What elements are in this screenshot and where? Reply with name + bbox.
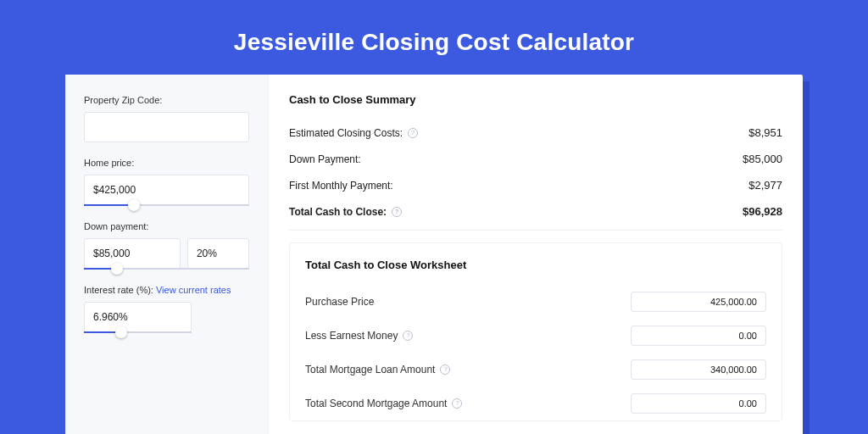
wk-label: Less Earnest Money ? xyxy=(305,330,413,342)
home-price-field: Home price: xyxy=(84,158,249,206)
wk-label-text: Total Mortgage Loan Amount xyxy=(305,364,435,376)
wk-label: Total Mortgage Loan Amount ? xyxy=(305,364,450,376)
summary-value: $2,977 xyxy=(748,179,782,192)
wk-label-text: Less Earnest Money xyxy=(305,330,398,342)
summary-value: $96,928 xyxy=(743,205,782,218)
summary-title: Cash to Close Summary xyxy=(289,93,782,106)
summary-label-text: Estimated Closing Costs: xyxy=(289,127,403,139)
help-icon[interactable]: ? xyxy=(403,331,413,341)
summary-label-text: First Monthly Payment: xyxy=(289,180,393,192)
home-price-slider[interactable] xyxy=(84,204,249,206)
summary-row-total: Total Cash to Close: ? $96,928 xyxy=(289,198,782,225)
help-icon[interactable]: ? xyxy=(408,128,418,138)
divider xyxy=(289,230,782,231)
interest-field: Interest rate (%): View current rates xyxy=(84,285,249,333)
wk-label-text: Purchase Price xyxy=(305,296,374,308)
summary-label-text: Total Cash to Close: xyxy=(289,206,387,218)
wk-input-second-mortgage[interactable] xyxy=(631,393,766,414)
down-payment-input[interactable] xyxy=(84,238,181,269)
worksheet-row-earnest: Less Earnest Money ? xyxy=(305,319,766,353)
interest-slider-thumb[interactable] xyxy=(115,326,127,338)
worksheet-row-mortgage-loan: Total Mortgage Loan Amount ? xyxy=(305,353,766,387)
view-rates-link[interactable]: View current rates xyxy=(156,285,231,295)
worksheet-title: Total Cash to Close Worksheet xyxy=(305,259,766,271)
interest-label: Interest rate (%): View current rates xyxy=(84,285,249,295)
summary-label: First Monthly Payment: xyxy=(289,180,393,192)
zip-label: Property Zip Code: xyxy=(84,95,249,105)
worksheet-card: Total Cash to Close Worksheet Purchase P… xyxy=(289,242,782,421)
inputs-panel: Property Zip Code: Home price: Down paym… xyxy=(65,75,269,434)
summary-row-down-payment: Down Payment: $85,000 xyxy=(289,146,782,172)
calculator-card-wrap: Property Zip Code: Home price: Down paym… xyxy=(65,75,803,434)
calculator-card: Property Zip Code: Home price: Down paym… xyxy=(65,75,803,434)
down-payment-slider[interactable] xyxy=(84,268,249,270)
results-panel: Cash to Close Summary Estimated Closing … xyxy=(269,75,803,434)
zip-input[interactable] xyxy=(84,112,249,142)
wk-input-purchase-price[interactable] xyxy=(631,292,766,312)
help-icon[interactable]: ? xyxy=(392,207,402,217)
wk-input-mortgage-loan[interactable] xyxy=(631,359,766,380)
down-payment-field: Down payment: xyxy=(84,221,249,270)
home-price-label: Home price: xyxy=(84,158,249,168)
wk-input-earnest[interactable] xyxy=(631,326,766,346)
help-icon[interactable]: ? xyxy=(452,398,462,409)
summary-value: $85,000 xyxy=(743,153,782,165)
help-icon[interactable]: ? xyxy=(440,364,450,375)
interest-label-text: Interest rate (%): xyxy=(84,285,153,295)
worksheet-row-second-mortgage: Total Second Mortgage Amount ? xyxy=(305,387,766,420)
interest-input[interactable] xyxy=(84,302,192,332)
summary-value: $8,951 xyxy=(748,126,782,139)
down-payment-label: Down payment: xyxy=(84,221,249,231)
zip-field: Property Zip Code: xyxy=(84,95,249,142)
summary-label: Total Cash to Close: ? xyxy=(289,206,402,218)
wk-label: Purchase Price xyxy=(305,296,374,308)
summary-row-first-monthly: First Monthly Payment: $2,977 xyxy=(289,172,782,198)
wk-label-text: Total Second Mortgage Amount xyxy=(305,398,447,409)
home-price-slider-thumb[interactable] xyxy=(128,199,140,211)
summary-label-text: Down Payment: xyxy=(289,153,361,165)
page-title: Jessieville Closing Cost Calculator xyxy=(0,0,868,75)
wk-label: Total Second Mortgage Amount ? xyxy=(305,398,462,409)
worksheet-row-purchase-price: Purchase Price xyxy=(305,285,766,319)
summary-row-closing-costs: Estimated Closing Costs: ? $8,951 xyxy=(289,120,782,146)
down-payment-slider-thumb[interactable] xyxy=(111,263,123,275)
summary-label: Estimated Closing Costs: ? xyxy=(289,127,418,139)
down-payment-pct-input[interactable] xyxy=(187,238,249,269)
summary-label: Down Payment: xyxy=(289,153,361,165)
home-price-input[interactable] xyxy=(84,175,249,205)
interest-slider[interactable] xyxy=(84,331,192,333)
home-price-slider-fill xyxy=(84,204,134,206)
